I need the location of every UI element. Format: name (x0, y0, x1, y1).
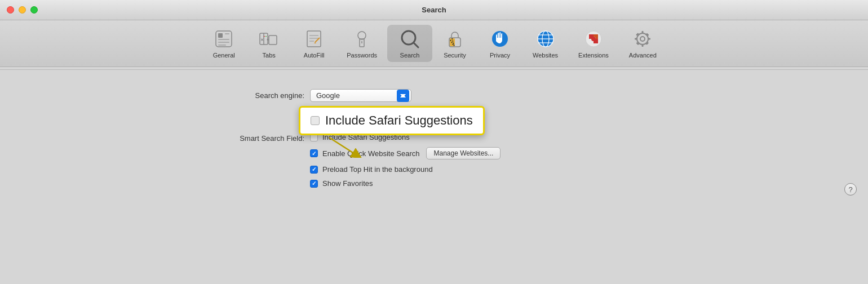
title-bar: Search (0, 0, 868, 20)
svg-rect-45 (646, 42, 649, 45)
search-icon (399, 28, 420, 50)
search-engine-label: Search engine: (158, 91, 304, 100)
callout-box: Include Safari Suggestions (299, 106, 485, 135)
content-area: Search engine: Google Yahoo Bing DuckDuc… (0, 72, 868, 205)
toolbar-label-advanced: Advanced (629, 52, 657, 59)
show-favorites-row: Show Favorites (310, 179, 501, 188)
toolbar-label-search: Search (400, 52, 420, 59)
svg-rect-40 (635, 38, 637, 40)
preload-label: Preload Top Hit in the background (322, 165, 433, 174)
autofill-icon (303, 28, 325, 50)
toolbar-item-security[interactable]: Security (432, 25, 477, 62)
svg-rect-41 (648, 38, 650, 40)
svg-point-19 (358, 32, 366, 39)
security-icon (444, 28, 466, 50)
minimize-button[interactable] (19, 6, 26, 14)
toolbar-item-websites[interactable]: Websites (522, 25, 568, 62)
show-favorites-checkbox[interactable] (310, 180, 318, 188)
toolbar-label-autofill: AutoFill (304, 52, 325, 59)
toolbar-item-autofill[interactable]: AutoFill (291, 25, 336, 62)
manage-websites-button[interactable]: Manage Websites... (426, 147, 501, 159)
toolbar-label-extensions: Extensions (578, 52, 609, 59)
search-engine-row: Search engine: Google Yahoo Bing DuckDuc… (158, 89, 411, 102)
svg-text:✕: ✕ (260, 38, 264, 42)
svg-rect-4 (218, 42, 229, 43)
svg-line-48 (329, 137, 357, 156)
svg-line-23 (414, 43, 418, 47)
svg-point-36 (637, 33, 648, 45)
toolbar-item-advanced[interactable]: Advanced (619, 25, 667, 62)
passwords-icon (351, 28, 373, 50)
svg-rect-38 (642, 31, 644, 34)
callout-overlay: Include Safari Suggestions (299, 106, 485, 135)
preload-checkbox[interactable] (310, 166, 318, 174)
window-controls[interactable] (7, 6, 38, 14)
svg-rect-3 (218, 39, 229, 40)
help-button[interactable]: ? (844, 183, 857, 196)
toolbar-label-general: General (213, 52, 235, 59)
toolbar-separator (0, 69, 868, 70)
callout-text: Include Safari Suggestions (325, 113, 473, 128)
svg-text:+: + (267, 38, 269, 42)
maximize-button[interactable] (30, 6, 38, 14)
show-favorites-label: Show Favorites (322, 179, 373, 188)
general-icon (213, 28, 234, 50)
svg-marker-18 (314, 42, 316, 43)
search-engine-select-wrapper[interactable]: Google Yahoo Bing DuckDuckGo Ecosia (310, 89, 411, 102)
toolbar-item-search[interactable]: Search (387, 25, 432, 62)
toolbar-item-privacy[interactable]: Privacy (477, 25, 522, 62)
tabs-icon: ✕ + (258, 28, 280, 50)
svg-rect-39 (642, 44, 644, 47)
privacy-icon (489, 28, 511, 50)
toolbar-item-passwords[interactable]: Passwords (336, 25, 387, 62)
search-engine-select[interactable]: Google Yahoo Bing DuckDuckGo Ecosia (310, 89, 411, 102)
smart-search-label: Smart Search Field: (158, 133, 304, 143)
svg-rect-43 (646, 33, 649, 37)
callout-checkbox (311, 116, 320, 125)
settings-section: Search engine: Google Yahoo Bing DuckDuc… (0, 89, 868, 188)
toolbar-label-tabs: Tabs (263, 52, 276, 59)
callout-arrow (324, 135, 391, 158)
advanced-icon (632, 28, 653, 50)
svg-rect-5 (218, 45, 226, 46)
svg-rect-1 (218, 33, 223, 38)
toolbar-item-extensions[interactable]: Extensions (568, 25, 619, 62)
svg-point-37 (640, 37, 645, 41)
toolbar-label-passwords: Passwords (347, 52, 377, 59)
svg-rect-2 (225, 33, 229, 34)
extensions-icon (583, 28, 604, 50)
websites-icon (535, 28, 556, 50)
help-label: ? (848, 185, 852, 194)
toolbar-item-general[interactable]: General (201, 25, 246, 62)
svg-rect-8 (269, 36, 277, 45)
toolbar-label-privacy: Privacy (490, 52, 510, 59)
preload-row: Preload Top Hit in the background (310, 165, 501, 174)
toolbar-item-tabs[interactable]: ✕ + Tabs (246, 25, 291, 62)
toolbar-label-websites: Websites (533, 52, 558, 59)
close-button[interactable] (7, 6, 14, 14)
enable-quick-checkbox[interactable] (310, 149, 318, 157)
toolbar-label-security: Security (444, 52, 466, 59)
toolbar: General ✕ + Tabs (0, 20, 868, 67)
window-title: Search (422, 6, 446, 14)
